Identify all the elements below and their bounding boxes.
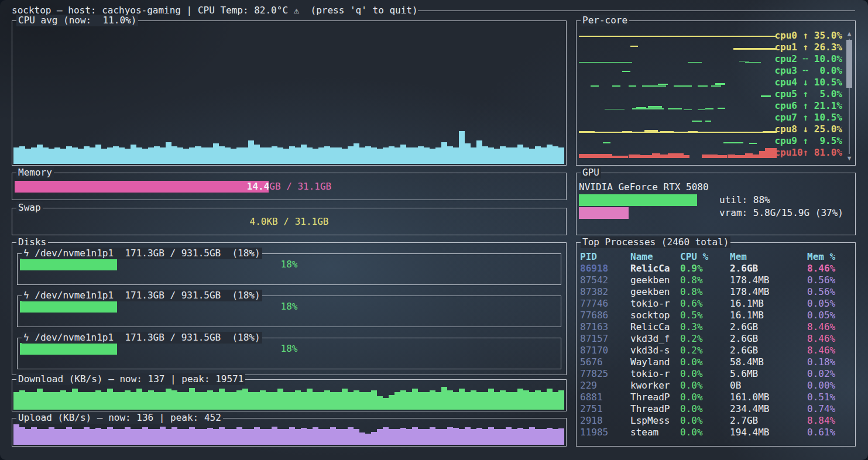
upload-sparkline bbox=[13, 424, 565, 445]
spark-bar bbox=[389, 146, 394, 164]
spark-bar bbox=[166, 429, 171, 445]
spark-bar bbox=[183, 429, 189, 445]
process-name: vkd3d-s bbox=[630, 345, 680, 356]
process-row[interactable]: 5676Wayland0.0%58.4MB0.18% bbox=[580, 356, 855, 368]
per-core-scrollbar[interactable]: ▲ ▼ bbox=[846, 30, 853, 162]
process-row[interactable]: 86918RelicCa0.9%2.6GB8.46% bbox=[580, 263, 855, 274]
core-label: cpu0 ↑ 35.0% bbox=[774, 30, 842, 42]
process-row[interactable]: 87542geekben0.8%178.4MB0.56% bbox=[580, 274, 855, 286]
spark-bar bbox=[177, 429, 183, 445]
process-pid: 229 bbox=[580, 380, 630, 392]
spark-segment bbox=[648, 106, 662, 108]
scrollbar-thumb[interactable] bbox=[846, 40, 852, 88]
column-header[interactable]: CPU % bbox=[680, 251, 730, 263]
process-mem-pct: 8.46% bbox=[807, 263, 852, 274]
scroll-up-icon[interactable]: ▲ bbox=[846, 30, 853, 37]
spark-bar bbox=[394, 429, 400, 445]
process-row[interactable]: 2751ThreadP0.0%234.4MB0.74% bbox=[580, 403, 855, 415]
spark-segment bbox=[668, 108, 682, 109]
process-row[interactable]: 11985steam0.0%194.4MB0.61% bbox=[580, 427, 855, 438]
spark-bar bbox=[37, 389, 43, 410]
spark-bar bbox=[131, 429, 136, 445]
spark-bar bbox=[377, 149, 383, 164]
spark-bar bbox=[242, 147, 248, 164]
gpu-panel: GPU NVIDIA GeForce RTX 5080 util: 88% vr… bbox=[576, 173, 856, 235]
spark-bar bbox=[465, 427, 471, 445]
spark-segment bbox=[630, 46, 639, 47]
spark-bar bbox=[225, 392, 231, 410]
spark-segment bbox=[725, 132, 735, 133]
spark-bar bbox=[54, 392, 60, 410]
spark-bar bbox=[119, 147, 125, 164]
spark-segment bbox=[688, 131, 698, 132]
spark-bar bbox=[324, 429, 330, 445]
spark-bar bbox=[348, 427, 354, 445]
spark-bar bbox=[219, 427, 225, 445]
process-name: ThreadP bbox=[630, 403, 680, 415]
column-header[interactable]: PID bbox=[580, 251, 630, 263]
disk-item: ϟ /dev/nvme1n1p1 171.3GB / 931.5GB (18%)… bbox=[17, 253, 561, 285]
disk-item: ϟ /dev/nvme1n1p1 171.3GB / 931.5GB (18%)… bbox=[17, 296, 561, 327]
core-sparkline bbox=[579, 66, 777, 76]
spark-segment bbox=[761, 95, 771, 97]
spark-segment bbox=[629, 85, 637, 87]
column-header[interactable]: Mem % bbox=[807, 251, 852, 263]
column-header[interactable]: Name bbox=[630, 251, 680, 263]
memory-gauge-label-overlay: 14.4GB / 31.1GB bbox=[15, 181, 269, 193]
process-cpu: 0.0% bbox=[680, 403, 730, 415]
process-cpu: 0.0% bbox=[680, 356, 730, 368]
process-row[interactable]: 229kworker0.0%0B0.00% bbox=[580, 380, 855, 392]
spark-bar bbox=[482, 392, 488, 410]
spark-bar bbox=[90, 429, 95, 445]
gpu-name: NVIDIA GeForce RTX 5080 bbox=[579, 181, 853, 193]
gpu-title: GPU bbox=[581, 167, 601, 178]
spark-bar bbox=[465, 392, 471, 410]
spark-bar bbox=[78, 429, 84, 445]
swap-title: Swap bbox=[16, 202, 43, 214]
memory-panel: Memory 14.4GB / 31.1GB 14.4GB / 31.1GB bbox=[12, 173, 567, 200]
spark-bar bbox=[476, 428, 482, 445]
spark-bar bbox=[72, 147, 78, 164]
spark-bar bbox=[248, 392, 254, 410]
process-mem: 58.4MB bbox=[730, 356, 807, 368]
process-name: steam bbox=[630, 427, 680, 438]
process-row[interactable]: 77686socktop0.5%16.1MB0.05% bbox=[580, 310, 855, 321]
process-pid: 87542 bbox=[580, 274, 630, 286]
process-row[interactable]: 6881ThreadP0.0%161.0MB0.51% bbox=[580, 392, 855, 403]
core-label: cpu3 ╌ 0.0% bbox=[774, 65, 842, 77]
core-row-cpu2: cpu2 ╌ 10.0% bbox=[577, 53, 855, 65]
process-row[interactable]: 77746tokio-r0.6%16.1MB0.05% bbox=[580, 298, 855, 310]
spark-bar bbox=[471, 147, 476, 164]
process-row[interactable]: 87157vkd3d_f0.2%2.6GB8.46% bbox=[580, 333, 855, 345]
process-row[interactable]: 2918LspMess0.0%2.7GB8.84% bbox=[580, 415, 855, 427]
spark-bar bbox=[113, 429, 119, 445]
spark-bar bbox=[336, 392, 342, 410]
process-row[interactable]: 77825tokio-r0.0%5.6MB0.02% bbox=[580, 368, 855, 380]
spark-bar bbox=[512, 147, 517, 164]
spark-bar bbox=[541, 429, 547, 445]
process-row[interactable]: 87382geekben0.8%178.4MB0.56% bbox=[580, 286, 855, 298]
process-name: tokio-r bbox=[630, 368, 680, 380]
spark-bar bbox=[558, 428, 564, 445]
spark-bar bbox=[383, 147, 389, 164]
spark-bar bbox=[66, 392, 72, 410]
process-row[interactable]: 87163RelicCa0.3%2.6GB8.46% bbox=[580, 321, 855, 333]
spark-bar bbox=[231, 429, 236, 445]
spark-bar bbox=[13, 392, 19, 410]
process-row[interactable]: 87170vkd3d-s0.2%2.6GB8.46% bbox=[580, 345, 855, 356]
spark-bar bbox=[236, 427, 242, 445]
process-mem: 2.7GB bbox=[730, 415, 807, 427]
spark-bar bbox=[195, 146, 201, 164]
column-header[interactable]: Mem bbox=[730, 251, 807, 263]
swap-panel: Swap 4.0KB / 31.1GB bbox=[12, 208, 567, 235]
spark-bar bbox=[295, 429, 301, 445]
scroll-down-icon[interactable]: ▼ bbox=[846, 155, 853, 162]
disk-title: ϟ /dev/nvme1n1p1 171.3GB / 931.5GB (18%) bbox=[22, 248, 262, 259]
spark-bar bbox=[277, 147, 283, 164]
spark-bar bbox=[37, 145, 43, 164]
spark-segment bbox=[749, 143, 757, 144]
spark-bar bbox=[231, 392, 236, 410]
spark-segment bbox=[723, 142, 743, 143]
spark-bar bbox=[441, 142, 447, 164]
process-mem-pct: 8.46% bbox=[807, 333, 852, 345]
